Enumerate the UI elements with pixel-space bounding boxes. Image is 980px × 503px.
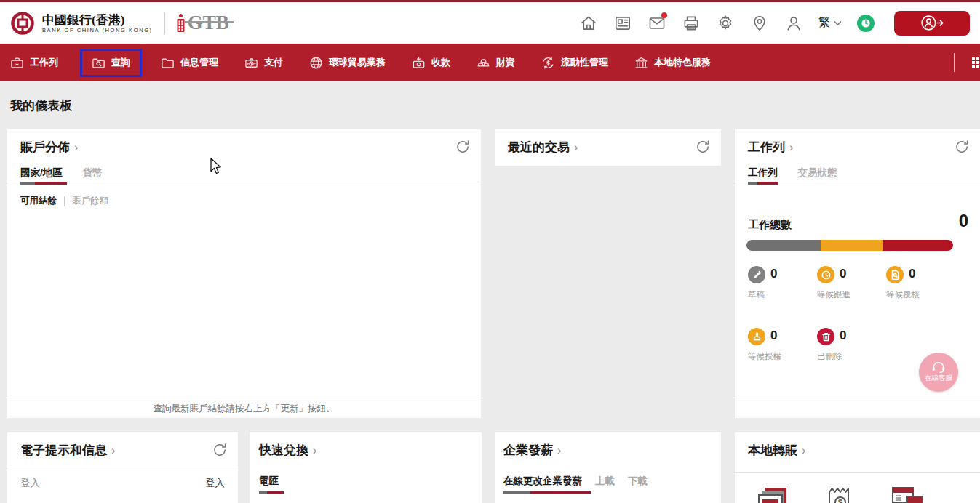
recent-transactions-title[interactable]: 最近的交易›	[508, 139, 578, 156]
dashboard-panel-icon[interactable]	[613, 14, 632, 33]
nav-divider	[954, 53, 955, 72]
tasklist-title[interactable]: 工作列›	[748, 139, 793, 156]
tab-country-region[interactable]: 國家/地區	[20, 166, 63, 180]
nav-item-payments[interactable]: 支付	[244, 56, 283, 70]
nav-item-receivables[interactable]: 收款	[412, 56, 450, 70]
task-status-bar	[746, 240, 953, 251]
nav-item-local-services[interactable]: 本地特色服務	[634, 56, 711, 70]
location-pin-icon[interactable]	[750, 14, 769, 33]
tasklist-card: 工作列› 工作列 交易狀態 工作總數 0 0 草稿	[735, 129, 980, 418]
folder-search-icon	[92, 56, 105, 70]
counter-pending-authorization[interactable]: 0 等候授權	[748, 328, 765, 345]
receipt-icon[interactable]: $	[822, 482, 859, 503]
tab-telegraphic-transfer[interactable]: 電匯	[259, 475, 279, 488]
apps-grid-icon[interactable]	[972, 57, 980, 68]
clock-icon	[817, 266, 834, 283]
payroll-tabs: 在線更改企業發薪 上載 下載	[503, 475, 648, 488]
wallet-icon	[244, 56, 258, 70]
home-icon[interactable]	[579, 14, 598, 33]
active-tab-underline	[259, 491, 284, 494]
quick-fx-card: 快速兌換› 電匯	[250, 432, 482, 503]
language-label: 繁	[818, 15, 830, 31]
settings-gear-icon[interactable]	[716, 14, 735, 33]
nav-item-global-trade[interactable]: 環球貿易業務	[309, 56, 386, 70]
bank-name-en: BANK OF CHINA (HONG KONG)	[42, 27, 153, 33]
tab-tasklist[interactable]: 工作列	[748, 166, 778, 180]
boc-logo	[10, 11, 35, 36]
footer-divider	[7, 398, 481, 398]
tab-online-payroll-change[interactable]: 在線更改企業發薪	[503, 475, 582, 488]
nav-item-info-management[interactable]: 信息管理	[161, 56, 218, 70]
refresh-icon[interactable]	[954, 139, 970, 155]
login-label: 登入	[20, 477, 40, 490]
tab-upload[interactable]: 上載	[595, 475, 615, 488]
header-icons: 繁	[579, 11, 970, 36]
nav-item-enquiry[interactable]: 查詢	[80, 49, 142, 77]
payroll-card: 企業發薪› 在線更改企業發薪 上載 下載	[495, 432, 721, 503]
gold-bars-icon	[477, 56, 490, 70]
task-total-label: 工作總數	[748, 218, 792, 232]
ealerts-card: 電子提示和信息› 登入 登入	[7, 432, 238, 503]
quick-fx-title[interactable]: 快速兌換›	[259, 442, 316, 459]
local-transfer-card: 本地轉賬› $	[735, 432, 980, 503]
active-tab-underline	[503, 491, 591, 494]
profile-person-icon[interactable]	[784, 14, 803, 33]
tab-transaction-status[interactable]: 交易狀態	[798, 166, 837, 180]
gtb-logo: GTB	[177, 14, 229, 32]
mail-icon[interactable]	[648, 14, 666, 33]
tab-download[interactable]: 下載	[628, 475, 648, 488]
toggle-account-balance[interactable]: 賬戶餘額	[72, 195, 108, 207]
tasklist-tabs: 工作列 交易狀態	[748, 166, 837, 180]
refresh-icon[interactable]	[455, 139, 471, 155]
logout-button[interactable]	[894, 11, 970, 36]
gtb-logo-text: GTB	[188, 14, 229, 32]
refresh-icon[interactable]	[695, 139, 711, 155]
forms-overlap-icon[interactable]	[889, 482, 925, 503]
chevron-right-icon: ›	[802, 444, 805, 456]
header-divider	[164, 12, 165, 34]
payroll-title[interactable]: 企業發薪›	[503, 442, 561, 459]
tab-currency[interactable]: 貨幣	[83, 166, 103, 180]
pencil-icon	[748, 266, 765, 283]
briefcase-icon	[10, 56, 24, 70]
counter-deleted[interactable]: 0 已刪除	[817, 328, 834, 345]
printer-icon[interactable]	[682, 14, 701, 33]
gtb-dashboard: 中國銀行(香港) BANK OF CHINA (HONG KONG) GTB	[0, 0, 980, 503]
task-total-value: 0	[959, 211, 968, 231]
language-selector[interactable]: 繁	[818, 15, 842, 31]
review-doc-icon	[886, 266, 904, 283]
chevron-right-icon: ›	[574, 141, 578, 153]
login-link[interactable]: 登入	[205, 477, 225, 490]
nav-item-treasury[interactable]: 財資	[477, 56, 515, 70]
header: 中國銀行(香港) BANK OF CHINA (HONG KONG) GTB	[0, 2, 980, 44]
tabs-divider	[735, 185, 980, 185]
recent-transactions-card: 最近的交易›	[495, 129, 721, 166]
chevron-right-icon: ›	[111, 444, 115, 456]
documents-stack-icon[interactable]	[755, 482, 792, 503]
stamp-icon	[748, 328, 765, 345]
account-distribution-title[interactable]: 賬戶分佈›	[20, 139, 78, 156]
local-transfer-title[interactable]: 本地轉賬›	[748, 442, 805, 459]
counter-pending-review[interactable]: 0 等候覆核	[886, 266, 904, 283]
gtb-seal-icon	[177, 14, 185, 32]
bank-icon	[634, 56, 648, 70]
toggle-separator	[64, 196, 65, 206]
ealerts-title[interactable]: 電子提示和信息›	[20, 442, 115, 459]
refresh-hint-text: 查詢最新賬戶結餘請按右上方「更新」按鈕。	[7, 403, 481, 415]
nav-right	[954, 53, 980, 72]
session-timer-avatar[interactable]	[857, 15, 875, 32]
logout-icon	[920, 14, 944, 32]
chevron-right-icon: ›	[557, 444, 561, 456]
headset-icon	[931, 361, 946, 373]
nav-item-liquidity[interactable]: 流動性管理	[541, 56, 608, 70]
refresh-icon[interactable]	[212, 442, 228, 458]
toggle-available-balance[interactable]: 可用結餘	[20, 195, 57, 207]
segment-draft	[746, 240, 821, 251]
counter-draft[interactable]: 0 草稿	[748, 266, 765, 283]
online-service-button[interactable]: 在線客服	[919, 353, 958, 392]
chevron-right-icon: ›	[313, 444, 316, 456]
chevron-down-icon	[834, 20, 842, 26]
counter-pending-followup[interactable]: 0 等候跟進	[817, 266, 834, 283]
nav-item-worklist[interactable]: 工作列	[10, 56, 58, 70]
account-distribution-card: 賬戶分佈› 國家/地區 貨幣 可用結餘 賬戶餘額 查詢最新賬戶結餘請按右上方「更…	[7, 129, 481, 418]
